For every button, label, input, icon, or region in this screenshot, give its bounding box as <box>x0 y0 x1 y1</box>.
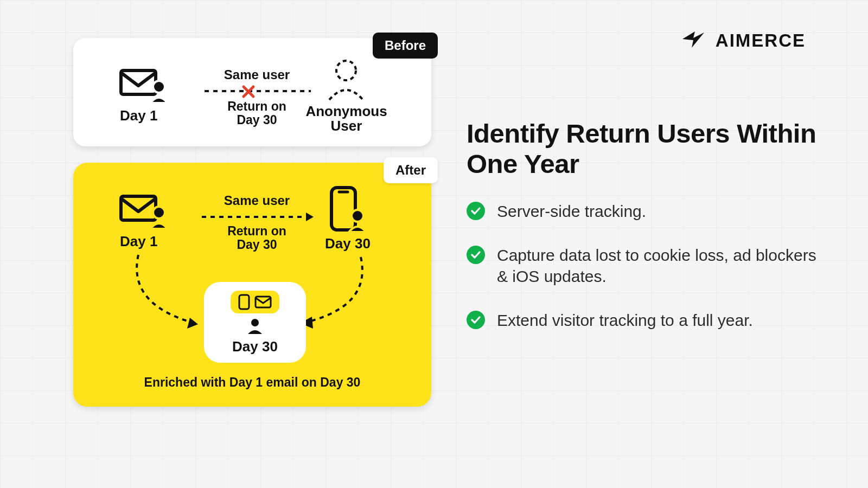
x-icon <box>241 85 256 99</box>
mail-icon <box>254 296 272 309</box>
email-user-icon <box>118 192 172 230</box>
svg-rect-0 <box>121 70 156 94</box>
svg-point-11 <box>352 210 363 222</box>
phone-user-icon <box>326 185 369 234</box>
check-icon <box>467 202 485 220</box>
before-anon-label: Anonymous User <box>304 104 388 134</box>
phone-icon <box>238 294 250 310</box>
after-footer-label: Enriched with Day 1 email on Day 30 <box>73 375 431 390</box>
svg-rect-12 <box>239 295 249 309</box>
brand-logo: AIMERCE <box>680 27 806 54</box>
page-headline: Identify Return Users Within One Year <box>467 118 825 179</box>
after-flow-sublabel: Return on Day 30 <box>214 224 299 252</box>
svg-rect-13 <box>256 297 271 307</box>
before-card: Before Day 1 Same user Return on Day 30 … <box>73 38 431 146</box>
email-user-icon <box>118 66 172 104</box>
svg-point-7 <box>153 207 165 219</box>
after-day1-label: Day 1 <box>120 233 157 250</box>
feature-bullet: Capture data lost to cookie loss, ad blo… <box>467 245 819 287</box>
before-dashed-line <box>203 85 312 98</box>
brand-name: AIMERCE <box>716 30 806 51</box>
after-dashed-arrow <box>201 210 315 223</box>
aimerce-mark-icon <box>680 27 707 54</box>
feature-text: Capture data lost to cookie loss, ad blo… <box>497 245 819 287</box>
svg-point-1 <box>153 81 165 93</box>
after-tag: After <box>384 157 438 183</box>
before-tag: Before <box>373 33 438 59</box>
after-card: After Day 1 Same user Return on Day 30 D… <box>73 163 431 407</box>
check-icon <box>467 311 485 329</box>
before-flow-label: Same user <box>214 67 299 82</box>
feature-bullet: Server-side tracking. <box>467 201 819 222</box>
user-icon <box>246 317 264 335</box>
before-day1-label: Day 1 <box>120 107 157 124</box>
check-icon <box>467 246 485 264</box>
feature-text: Server-side tracking. <box>497 201 646 222</box>
merged-day30-label: Day 30 <box>232 338 278 355</box>
feature-text: Extend visitor tracking to a full year. <box>497 310 753 331</box>
feature-bullet: Extend visitor tracking to a full year. <box>467 310 819 331</box>
svg-point-14 <box>251 319 259 326</box>
feature-bullets: Server-side tracking. Capture data lost … <box>467 201 819 331</box>
after-flow-label: Same user <box>214 193 299 208</box>
anonymous-user-icon <box>326 59 366 102</box>
after-day30-label: Day 30 <box>317 235 378 252</box>
svg-rect-9 <box>331 188 355 230</box>
device-email-badge <box>231 291 279 313</box>
merged-identity-pill: Day 30 <box>204 282 306 363</box>
svg-rect-6 <box>121 196 156 220</box>
svg-point-5 <box>336 61 356 80</box>
before-flow-sublabel: Return on Day 30 <box>214 100 299 127</box>
